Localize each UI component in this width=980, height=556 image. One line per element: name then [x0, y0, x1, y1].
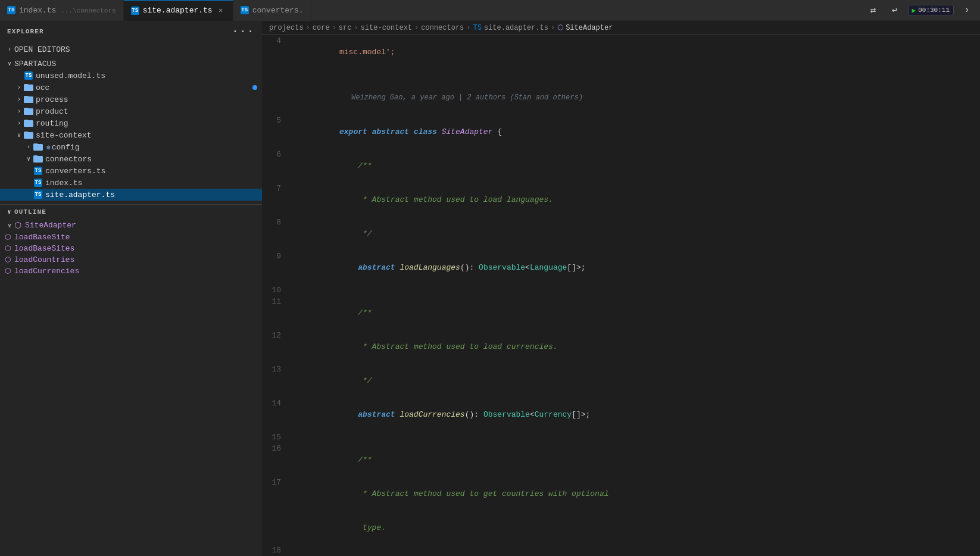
line-num-7: 7 — [262, 183, 291, 194]
code-line-17b: type. — [262, 511, 980, 545]
file-index[interactable]: TS index.ts — [0, 177, 262, 189]
tab-close-button[interactable]: ✕ — [216, 6, 226, 15]
folder-occ[interactable]: › occ — [0, 82, 262, 93]
folder-icon-process — [24, 95, 33, 104]
source-control-icon[interactable]: ⇄ — [865, 2, 882, 18]
folder-connectors-label: connectors — [45, 155, 92, 164]
outline-method-label-4: loadCurrencies — [14, 267, 79, 276]
line-content-18: */ — [291, 545, 980, 556]
line-content-7: * Abstract method used to load languages… — [291, 183, 980, 217]
tab-index-ts[interactable]: TS index.ts ...\connectors — [0, 0, 124, 21]
folder-icon-connectors — [33, 154, 43, 164]
line-num-14: 14 — [262, 398, 291, 409]
code-line-5: 5 export abstract class SiteAdapter { — [262, 115, 980, 149]
editor-area: projects › core › src › site-context › c… — [262, 21, 980, 556]
code-line-6: 6 /** — [262, 149, 980, 183]
method-symbol-1: ⬡ — [5, 233, 11, 242]
outline-item-load-base-sites[interactable]: ⬡ loadBaseSites — [0, 243, 262, 254]
git-blame: Weizheng Gao, a year ago | 2 authors (St… — [351, 93, 583, 102]
outline-item-load-currencies[interactable]: ⬡ loadCurrencies — [0, 265, 262, 277]
breadcrumb-ts-icon: TS — [473, 24, 481, 32]
outline-section: ∨ OUTLINE ∨ ⬡ SiteAdapter ⬡ loadBaseSite… — [0, 204, 262, 277]
code-line-blank-1: Weizheng Gao, a year ago | 2 authors (St… — [262, 69, 980, 115]
file-name: unused.model.ts — [36, 71, 105, 80]
config-gear: ⚙ — [46, 143, 51, 151]
site-adapter-chevron: ∨ — [5, 221, 14, 230]
folder-site-context-label: site-context — [36, 131, 92, 140]
line-num-15: 15 — [262, 432, 291, 443]
outline-method-label-1: loadBaseSite — [14, 233, 70, 242]
outline-item-load-base-site[interactable]: ⬡ loadBaseSite — [0, 232, 262, 243]
file-converters[interactable]: TS converters.ts — [0, 165, 262, 177]
file-converters-label: converters.ts — [45, 167, 105, 176]
outline-item-load-countries[interactable]: ⬡ loadCountries — [0, 254, 262, 265]
breadcrumb-projects: projects — [269, 24, 304, 32]
process-chevron: › — [14, 95, 24, 104]
line-content-16: /** — [291, 443, 980, 477]
tab-converters-label: converters. — [252, 6, 304, 15]
folder-routing[interactable]: › routing — [0, 117, 262, 129]
line-num-4: 4 — [262, 35, 291, 46]
breadcrumb-site-context: site-context — [361, 24, 412, 32]
line-content-9: abstract loadLanguages(): Observable<Lan… — [291, 251, 980, 285]
method-symbol-2: ⬡ — [5, 244, 11, 253]
folder-product[interactable]: › product — [0, 105, 262, 117]
folder-process[interactable]: › process — [0, 93, 262, 105]
file-site-adapter[interactable]: TS site.adapter.ts — [0, 189, 262, 201]
tab-converters[interactable]: TS converters. — [233, 0, 311, 21]
folder-occ-label: occ — [36, 83, 49, 92]
code-line-10: 10 — [262, 285, 980, 296]
code-line-12: 12 * Abstract method used to load curren… — [262, 330, 980, 364]
code-line-7: 7 * Abstract method used to load languag… — [262, 183, 980, 217]
line-content-4: misc.model'; — [291, 35, 980, 69]
ts-icon-index: TS — [33, 178, 43, 188]
outline-method-label-2: loadBaseSites — [14, 244, 74, 253]
main-layout: EXPLORER ··· › OPEN EDITORS ∨ SPARTACUS … — [0, 21, 980, 556]
settings-icon[interactable]: ↩ — [887, 2, 903, 18]
tab-site-adapter-label: site.adapter.ts — [143, 6, 213, 15]
open-editors-header[interactable]: › OPEN EDITORS — [0, 43, 262, 55]
file-unused-model[interactable]: TS unused.model.ts — [0, 70, 262, 82]
outline-header[interactable]: ∨ OUTLINE — [0, 205, 262, 219]
outline-item-site-adapter[interactable]: ∨ ⬡ SiteAdapter — [0, 219, 262, 232]
spartacus-header[interactable]: ∨ SPARTACUS — [0, 58, 262, 70]
explorer-title: EXPLORER — [7, 28, 44, 35]
spartacus-section: ∨ SPARTACUS TS unused.model.ts › occ › — [0, 57, 262, 202]
outline-title: OUTLINE — [14, 208, 46, 215]
outline-method-label-3: loadCountries — [14, 255, 74, 264]
breadcrumb-symbol: SiteAdapter — [566, 24, 613, 32]
line-num-8: 8 — [262, 217, 291, 228]
open-editors-label: OPEN EDITORS — [14, 45, 70, 54]
folder-product-label: product — [36, 107, 68, 116]
folder-icon-site-context — [24, 130, 33, 140]
folder-icon-config — [33, 142, 43, 152]
ts-icon-site-adapter: TS — [33, 190, 43, 199]
more-icon[interactable]: › — [959, 2, 975, 18]
top-icons-area: ⇄ ↩ ▶ 00:30:11 › — [865, 2, 980, 18]
outline-class-label: SiteAdapter — [25, 221, 76, 230]
code-editor[interactable]: 4 misc.model'; Weizheng Gao, a year ago … — [262, 35, 980, 556]
code-line-14: 14 abstract loadCurrencies(): Observable… — [262, 398, 980, 432]
line-num-16: 16 — [262, 443, 291, 454]
folder-config[interactable]: › ⚙ config — [0, 141, 262, 153]
folder-icon-routing — [24, 118, 33, 128]
line-content-6: /** — [291, 149, 980, 183]
tab-site-adapter[interactable]: TS site.adapter.ts ✕ — [124, 0, 233, 21]
class-symbol: ⬡ — [14, 220, 21, 230]
line-content-11: /** — [291, 296, 980, 330]
explorer-more[interactable]: ··· — [232, 26, 255, 38]
line-content-8: */ — [291, 217, 980, 251]
breadcrumb-core: core — [313, 24, 330, 32]
folder-icon-occ — [24, 83, 33, 92]
breadcrumb-file: site.adapter.ts — [484, 24, 548, 32]
occ-chevron: › — [14, 83, 24, 92]
code-line-18: 18 */ — [262, 545, 980, 556]
line-num-11: 11 — [262, 296, 291, 307]
sidebar: EXPLORER ··· › OPEN EDITORS ∨ SPARTACUS … — [0, 21, 262, 556]
code-line-16: 16 /** — [262, 443, 980, 477]
folder-site-context[interactable]: ∨ site-context — [0, 129, 262, 141]
site-context-chevron: ∨ — [14, 130, 24, 140]
folder-connectors[interactable]: ∨ connectors — [0, 153, 262, 165]
breadcrumb-src: src — [339, 24, 352, 32]
breadcrumb-symbol-icon: ⬡ — [557, 23, 563, 32]
